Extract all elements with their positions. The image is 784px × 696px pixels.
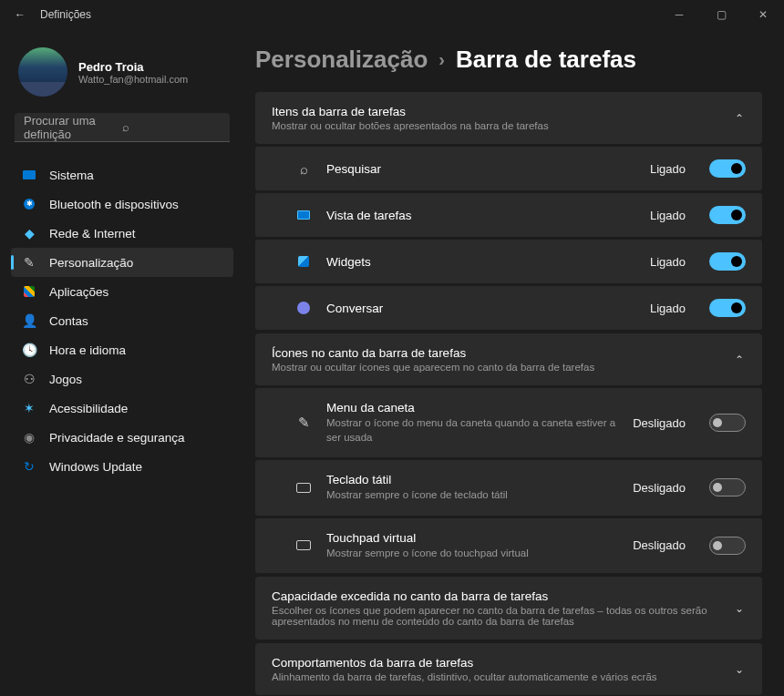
setting-row: ConversarLigado bbox=[255, 286, 762, 330]
nav-icon: ↻ bbox=[22, 459, 36, 474]
profile-email: Watto_fan@hotmail.com bbox=[78, 74, 188, 85]
sidebar-item-label: Aplicações bbox=[49, 285, 108, 299]
row-icon bbox=[295, 256, 312, 267]
sidebar-item-label: Hora e idioma bbox=[49, 343, 126, 357]
chevron-up-icon: ⌃ bbox=[735, 112, 744, 125]
sidebar-item-label: Privacidade e segurança bbox=[49, 431, 185, 445]
page-title: Barra de tarefas bbox=[456, 46, 636, 74]
row-label: Widgets bbox=[326, 255, 635, 269]
sidebar-item-contas[interactable]: 👤Contas bbox=[11, 306, 233, 335]
sidebar-item-label: Contas bbox=[49, 314, 88, 328]
row-desc: Mostrar o ícone do menu da caneta quando… bbox=[326, 416, 618, 445]
row-desc: Mostrar sempre o ícone de teclado tátil bbox=[326, 488, 618, 503]
sidebar-item-label: Bluetooth e dispositivos bbox=[49, 198, 179, 211]
sidebar-item-label: Acessibilidade bbox=[49, 402, 128, 415]
main-content: Personalização › Barra de tarefas Itens … bbox=[241, 29, 784, 696]
toggle-switch[interactable] bbox=[709, 414, 746, 432]
section-subtitle: Mostrar ou ocultar ícones que aparecem n… bbox=[272, 362, 717, 373]
sidebar: Pedro Troia Watto_fan@hotmail.com Procur… bbox=[0, 29, 241, 696]
toggle-state-label: Ligado bbox=[650, 302, 686, 315]
search-icon: ⌕ bbox=[122, 120, 221, 134]
chevron-up-icon: ⌃ bbox=[735, 353, 744, 366]
breadcrumb-root[interactable]: Personalização bbox=[255, 46, 428, 74]
row-label: Pesquisar bbox=[326, 162, 635, 176]
sidebar-item-bluetooth-e-dispositivos[interactable]: ✱Bluetooth e dispositivos bbox=[11, 189, 233, 219]
window-title: Definições bbox=[40, 8, 658, 21]
chevron-down-icon: ⌄ bbox=[735, 663, 744, 676]
section-title: Ícones no canto da barra de tarefas bbox=[272, 346, 717, 360]
sidebar-item-privacidade-e-seguran-a[interactable]: ◉Privacidade e segurança bbox=[11, 423, 233, 452]
toggle-state-label: Desligado bbox=[633, 481, 686, 495]
section-header-behaviors[interactable]: Comportamentos da barra de tarefas Alinh… bbox=[255, 643, 762, 695]
nav-icon: 👤 bbox=[22, 313, 36, 328]
section-behaviors: Comportamentos da barra de tarefas Alinh… bbox=[255, 643, 762, 695]
setting-row: Touchpad virtualMostrar sempre o ícone d… bbox=[255, 518, 762, 574]
toggle-switch[interactable] bbox=[709, 299, 746, 317]
sidebar-item-rede-internet[interactable]: ◆Rede & Internet bbox=[11, 219, 233, 248]
toggle-switch[interactable] bbox=[709, 206, 746, 224]
toggle-state-label: Desligado bbox=[633, 538, 686, 552]
section-header-taskbar-items[interactable]: Itens da barra de tarefas Mostrar ou ocu… bbox=[255, 92, 762, 144]
sidebar-item-aplica-es[interactable]: Aplicações bbox=[11, 277, 233, 306]
sidebar-item-windows-update[interactable]: ↻Windows Update bbox=[11, 452, 233, 481]
sidebar-item-hora-e-idioma[interactable]: 🕓Hora e idioma bbox=[11, 335, 233, 364]
toggle-switch[interactable] bbox=[709, 537, 746, 555]
row-icon: ✎ bbox=[295, 415, 312, 431]
row-label: Teclado tátil bbox=[326, 473, 618, 486]
sidebar-item-personaliza-o[interactable]: ✎Personalização bbox=[11, 248, 233, 277]
section-overflow: Capacidade excedida no canto da barra de… bbox=[255, 577, 762, 640]
search-input[interactable]: Procurar uma definição ⌕ bbox=[15, 113, 230, 142]
section-title: Comportamentos da barra de tarefas bbox=[272, 656, 717, 670]
row-icon bbox=[295, 540, 312, 550]
toggle-state-label: Ligado bbox=[650, 209, 686, 222]
nav-icon bbox=[22, 168, 36, 182]
toggle-switch[interactable] bbox=[709, 478, 746, 496]
section-title: Itens da barra de tarefas bbox=[272, 105, 717, 118]
section-taskbar-items: Itens da barra de tarefas Mostrar ou ocu… bbox=[255, 92, 762, 330]
back-button[interactable]: ← bbox=[15, 8, 26, 21]
setting-row: ✎Menu da canetaMostrar o ícone do menu d… bbox=[255, 388, 762, 457]
sidebar-item-label: Jogos bbox=[49, 373, 82, 386]
row-icon: ⌕ bbox=[295, 161, 312, 177]
avatar bbox=[18, 47, 67, 97]
section-header-overflow[interactable]: Capacidade excedida no canto da barra de… bbox=[255, 577, 762, 640]
sidebar-item-acessibilidade[interactable]: ✶Acessibilidade bbox=[11, 394, 233, 423]
section-subtitle: Alinhamento da barra de tarefas, distint… bbox=[272, 671, 717, 682]
section-title: Capacidade excedida no canto da barra de… bbox=[272, 589, 717, 603]
row-icon bbox=[295, 210, 312, 220]
minimize-button[interactable]: ─ bbox=[658, 0, 700, 29]
nav-icon: ⚇ bbox=[22, 372, 36, 386]
breadcrumb: Personalização › Barra de tarefas bbox=[255, 46, 762, 74]
section-corner-icons: Ícones no canto da barra de tarefas Most… bbox=[255, 333, 762, 573]
nav-icon: 🕓 bbox=[22, 343, 36, 357]
toggle-switch[interactable] bbox=[709, 159, 746, 178]
profile-block[interactable]: Pedro Troia Watto_fan@hotmail.com bbox=[11, 40, 233, 111]
search-placeholder: Procurar uma definição bbox=[24, 114, 122, 141]
row-desc: Mostrar sempre o ícone do touchpad virtu… bbox=[326, 547, 618, 561]
setting-row: Vista de tarefasLigado bbox=[255, 193, 762, 237]
row-label: Vista de tarefas bbox=[326, 209, 635, 222]
toggle-state-label: Desligado bbox=[633, 416, 686, 430]
sidebar-item-label: Rede & Internet bbox=[49, 227, 136, 241]
sidebar-item-jogos[interactable]: ⚇Jogos bbox=[11, 364, 233, 394]
maximize-button[interactable]: ▢ bbox=[700, 0, 742, 29]
titlebar: ← Definições ─ ▢ ✕ bbox=[0, 0, 784, 29]
nav-icon: ✎ bbox=[22, 255, 36, 270]
sidebar-item-label: Personalização bbox=[49, 256, 133, 270]
profile-name: Pedro Troia bbox=[78, 60, 188, 74]
setting-row: WidgetsLigado bbox=[255, 240, 762, 283]
nav-icon: ◆ bbox=[22, 226, 36, 241]
toggle-state-label: Ligado bbox=[650, 255, 686, 269]
sidebar-item-sistema[interactable]: Sistema bbox=[11, 160, 233, 189]
toggle-switch[interactable] bbox=[709, 252, 746, 271]
sidebar-item-label: Sistema bbox=[49, 169, 94, 182]
chevron-right-icon: › bbox=[438, 49, 445, 70]
nav-icon: ✶ bbox=[22, 401, 36, 415]
setting-row: Teclado tátilMostrar sempre o ícone de t… bbox=[255, 460, 762, 516]
row-label: Conversar bbox=[326, 302, 635, 315]
setting-row: ⌕PesquisarLigado bbox=[255, 147, 762, 190]
sidebar-item-label: Windows Update bbox=[49, 460, 142, 474]
close-button[interactable]: ✕ bbox=[742, 0, 784, 29]
section-subtitle: Mostrar ou ocultar botões apresentados n… bbox=[272, 120, 717, 131]
section-header-corner-icons[interactable]: Ícones no canto da barra de tarefas Most… bbox=[255, 333, 762, 385]
